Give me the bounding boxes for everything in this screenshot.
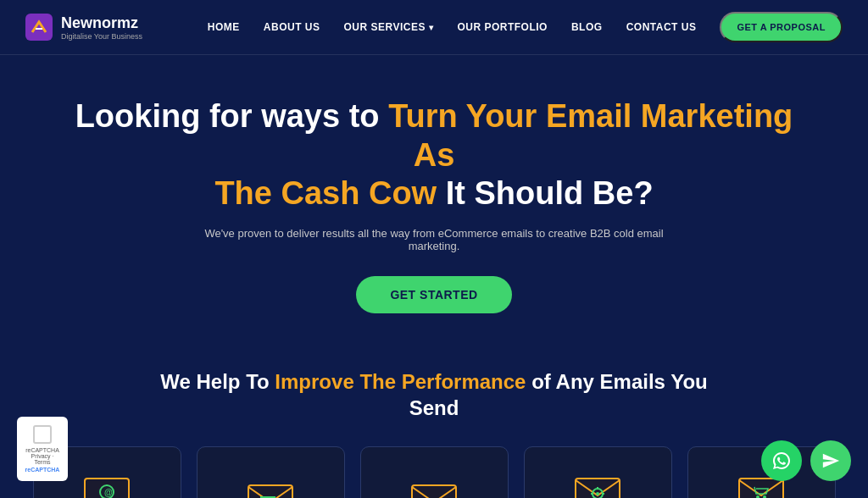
section-title: We Help To Improve The Performance of An… xyxy=(0,368,868,421)
captcha-box: reCAPTCHA Privacy · Terms reCAPTCHA xyxy=(17,417,68,481)
logo-icon xyxy=(25,14,53,41)
nav-blog[interactable]: BLOG xyxy=(571,21,603,33)
hero-section: Looking for ways to Turn Your Email Mark… xyxy=(0,55,868,368)
logo-text: Newnormz Digitalise Your Business xyxy=(61,14,142,41)
captcha-checkbox[interactable] xyxy=(33,425,52,444)
whatsapp-button[interactable] xyxy=(761,440,802,481)
svg-point-11 xyxy=(596,492,599,495)
captcha-sub: Privacy · Terms xyxy=(29,453,56,465)
nav-about[interactable]: ABOUT US xyxy=(264,21,320,33)
hero-title-part1: Looking for ways to xyxy=(75,98,388,134)
card-newsletter[interactable]: Newsletter Emails xyxy=(360,446,509,498)
card-nurture[interactable]: Nurture SequenceEmails xyxy=(524,446,672,498)
send-message-button[interactable] xyxy=(810,440,851,481)
nav-contact[interactable]: CONTACT US xyxy=(626,21,697,33)
get-started-button[interactable]: GET STARTED xyxy=(356,276,511,313)
services-dropdown-arrow: ▾ xyxy=(429,23,434,32)
get-proposal-button[interactable]: GET A PROPOSAL xyxy=(720,12,843,42)
svg-rect-0 xyxy=(25,14,53,41)
logo-name: Newnormz xyxy=(61,14,142,32)
chat-buttons xyxy=(761,440,851,481)
list-envelope-icon xyxy=(245,478,296,498)
section-title-part1: We Help To xyxy=(160,370,275,393)
at-envelope-icon: @ xyxy=(81,471,132,498)
logo-tagline: Digitalise Your Business xyxy=(61,32,142,41)
nav-links: HOME ABOUT US OUR SERVICES ▾ OUR PORTFOL… xyxy=(208,12,843,42)
hero-title: Looking for ways to Turn Your Email Mark… xyxy=(68,97,800,213)
cursor-envelope-icon xyxy=(409,478,459,498)
nav-home[interactable]: HOME xyxy=(208,21,240,33)
gear-envelope-icon xyxy=(572,471,623,498)
recaptcha-logo: reCAPTCHA xyxy=(25,467,60,473)
logo-area: Newnormz Digitalise Your Business xyxy=(25,14,142,41)
svg-text:@: @ xyxy=(104,488,113,497)
hero-title-part2: It Should Be? xyxy=(446,175,654,211)
nav-portfolio[interactable]: OUR PORTFOLIO xyxy=(457,21,548,33)
section-title-highlight: Improve The Performance xyxy=(275,370,526,393)
card-promotional[interactable]: Promotional Emails xyxy=(197,446,345,498)
cards-container: @ Cold OutboundEmails Promotional Emails xyxy=(0,446,868,498)
nav-services[interactable]: OUR SERVICES ▾ xyxy=(343,21,433,33)
captcha-label: reCAPTCHA xyxy=(25,447,59,453)
hero-subtitle: We've proven to deliver results all the … xyxy=(180,227,688,252)
navbar: Newnormz Digitalise Your Business HOME A… xyxy=(0,0,868,55)
